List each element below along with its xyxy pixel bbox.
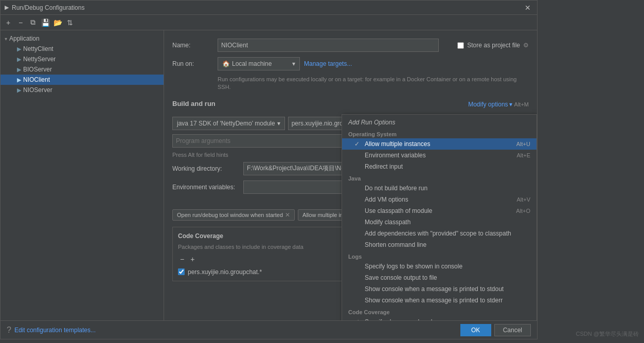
menu-shortcut: Alt+V: [516, 196, 530, 203]
sidebar-group-header-application[interactable]: ▾ Application: [1, 33, 164, 44]
window-title: Run/Debug Configurations: [12, 4, 84, 11]
menu-shortcut: Alt+O: [516, 208, 530, 214]
name-row: Name: Store as project file ⚙: [172, 39, 529, 52]
menu-item-add-dependencies[interactable]: Add dependencies with "provided" scope t…: [342, 228, 536, 239]
menu-item-label: Save console output to file: [365, 274, 437, 281]
sidebar: ▾ Application ▶ NettyClient ▶ NettyServe…: [1, 30, 164, 320]
run-on-row: Run on: 🏠 Local machine ▾ Manage targets…: [172, 57, 529, 70]
tag-open-tool-window: Open run/debug tool window when started …: [172, 209, 295, 221]
run-on-dropdown[interactable]: 🏠 Local machine ▾: [218, 57, 300, 70]
build-run-header: Build and run Modify options ▾ Alt+M: [172, 97, 529, 113]
sidebar-group-application: ▾ Application ▶ NettyClient ▶ NettyServe…: [1, 32, 164, 96]
sidebar-item-label: NIOClient: [23, 76, 50, 83]
chevron-down-icon: ▾: [5, 36, 7, 42]
bottom-bar-left: ? Edit configuration templates...: [7, 326, 96, 335]
check-icon: ✓: [354, 318, 362, 320]
menu-item-label: Do not build before run: [365, 185, 427, 192]
name-label: Name:: [172, 42, 213, 49]
tag-close-button[interactable]: ✕: [285, 211, 290, 219]
menu-item-label: Specify classes and packages: [365, 318, 448, 320]
menu-item-modify-classpath[interactable]: Modify classpath: [342, 216, 536, 228]
sdk-dropdown[interactable]: java 17 SDK of 'NettyDemo' module ▾: [172, 117, 285, 130]
app-run-icon: ▶: [17, 56, 21, 63]
sidebar-item-bioserver[interactable]: ▶ BIOServer: [1, 64, 164, 75]
sidebar-item-nioclient[interactable]: ▶ NIOClient: [1, 75, 164, 85]
ok-button[interactable]: OK: [460, 324, 491, 336]
modify-options-dropdown: Add Run Options Operating System ✓ Allow…: [342, 114, 537, 320]
menu-item-allow-multiple[interactable]: ✓ Allow multiple instances Alt+U: [342, 138, 536, 150]
build-run-title: Build and run: [172, 100, 216, 107]
edit-config-link[interactable]: Edit configuration templates...: [14, 327, 96, 334]
app-run-icon: ▶: [17, 46, 21, 52]
app-run-icon: ▶: [17, 87, 21, 94]
run-debug-dialog: ▶ Run/Debug Configurations ✕ + − ⧉ 💾 📂 ⇅…: [0, 0, 538, 339]
help-button[interactable]: ?: [7, 326, 11, 335]
menu-item-label: Show console when a message is printed t…: [365, 297, 503, 304]
menu-section-os: Operating System: [342, 128, 536, 138]
menu-section-logs: Logs: [342, 250, 536, 261]
check-icon: ✓: [354, 140, 362, 148]
menu-item-show-stdout[interactable]: Show console when a message is printed t…: [342, 283, 536, 295]
sdk-value: java 17 SDK of 'NettyDemo' module: [177, 120, 275, 127]
store-row: Store as project file ⚙: [457, 42, 529, 49]
coverage-add-btn[interactable]: +: [188, 254, 196, 264]
app-run-icon: ▶: [17, 77, 21, 83]
run-on-info: Run configurations may be executed local…: [218, 76, 529, 92]
run-on-value: Local machine: [232, 60, 272, 67]
chevron-down-icon: ▾: [509, 101, 512, 108]
coverage-remove-btn[interactable]: −: [178, 254, 186, 264]
menu-item-show-stderr[interactable]: Show console when a message is printed t…: [342, 295, 536, 306]
menu-item-add-vm[interactable]: Add VM options Alt+V: [342, 194, 536, 205]
menu-shortcut: Alt+U: [516, 141, 530, 147]
close-button[interactable]: ✕: [523, 4, 533, 12]
working-dir-label: Working directory:: [172, 165, 239, 172]
open-config-button[interactable]: 📂: [52, 17, 63, 28]
chevron-down-icon: ▾: [292, 60, 295, 67]
menu-item-shorten-cmd[interactable]: Shorten command line: [342, 239, 536, 250]
menu-item-label: Use classpath of module: [365, 207, 432, 214]
menu-item-redirect-input[interactable]: Redirect input: [342, 161, 536, 172]
sidebar-item-nettyclient[interactable]: ▶ NettyClient: [1, 44, 164, 54]
menu-item-classpath-module[interactable]: Use classpath of module Alt+O: [342, 205, 536, 216]
name-input[interactable]: [218, 39, 439, 52]
menu-item-label: Redirect input: [365, 163, 403, 170]
main-content: ▾ Application ▶ NettyClient ▶ NettyServe…: [1, 30, 537, 320]
app-icon: ▶: [5, 4, 9, 11]
bottom-bar: ? Edit configuration templates... OK Can…: [1, 320, 537, 339]
menu-item-label: Show console when a message is printed t…: [365, 285, 504, 293]
menu-item-env-vars[interactable]: Environment variables Alt+E: [342, 150, 536, 161]
menu-shortcut: Alt+E: [516, 152, 530, 158]
modify-options-label: Modify options: [468, 101, 508, 108]
menu-item-specify-classes[interactable]: ✓ Specify classes and packages: [342, 316, 536, 320]
title-bar: ▶ Run/Debug Configurations ✕: [1, 1, 537, 15]
sidebar-item-nioserver[interactable]: ▶ NIOServer: [1, 85, 164, 95]
copy-config-button[interactable]: ⧉: [27, 17, 39, 28]
sort-config-button[interactable]: ⇅: [64, 17, 76, 28]
manage-targets-link[interactable]: Manage targets...: [304, 60, 352, 67]
app-run-icon: ▶: [17, 66, 21, 73]
menu-item-label: Shorten command line: [365, 241, 426, 248]
save-config-button[interactable]: 💾: [40, 17, 51, 28]
sidebar-item-label: NIOServer: [23, 86, 52, 94]
menu-item-logs-console[interactable]: Specify logs to be shown in console: [342, 261, 536, 272]
sidebar-group-label: Application: [9, 35, 40, 42]
sidebar-item-label: BIOServer: [23, 66, 52, 73]
remove-config-button[interactable]: −: [15, 17, 26, 28]
menu-item-save-output[interactable]: Save console output to file: [342, 272, 536, 283]
watermark: CSDN @繁华尽头满是砖: [576, 330, 639, 338]
modify-options-area: Modify options ▾ Alt+M: [468, 101, 529, 108]
coverage-item-label: pers.xuyijie.nio.groupchat.*: [188, 268, 262, 276]
chevron-down-icon: ▾: [277, 120, 280, 127]
menu-section-java: Java: [342, 172, 536, 183]
store-project-file-label: Store as project file: [467, 42, 520, 49]
add-config-button[interactable]: +: [3, 17, 14, 28]
modify-options-shortcut: Alt+M: [514, 101, 529, 107]
sidebar-item-nettyserver[interactable]: ▶ NettyServer: [1, 54, 164, 64]
modify-options-button[interactable]: Modify options ▾: [468, 101, 512, 108]
store-project-file-checkbox[interactable]: [457, 42, 464, 49]
right-panel: Name: Store as project file ⚙ Run on: 🏠 …: [164, 30, 537, 320]
menu-item-no-build[interactable]: Do not build before run: [342, 183, 536, 194]
menu-item-label: Modify classpath: [365, 219, 410, 226]
cancel-button[interactable]: Cancel: [494, 324, 531, 336]
coverage-item-checkbox[interactable]: [178, 268, 185, 275]
